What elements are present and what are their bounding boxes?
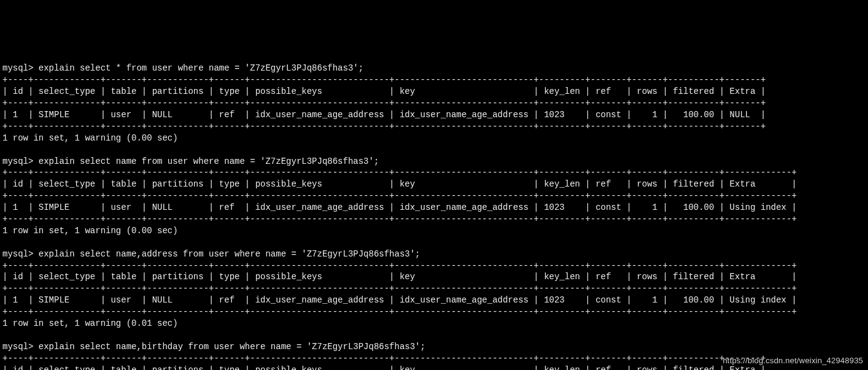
terminal-output: mysql> explain select * from user where … bbox=[0, 58, 868, 370]
watermark-text: https://blog.csdn.net/weixin_42948935 bbox=[723, 355, 863, 366]
